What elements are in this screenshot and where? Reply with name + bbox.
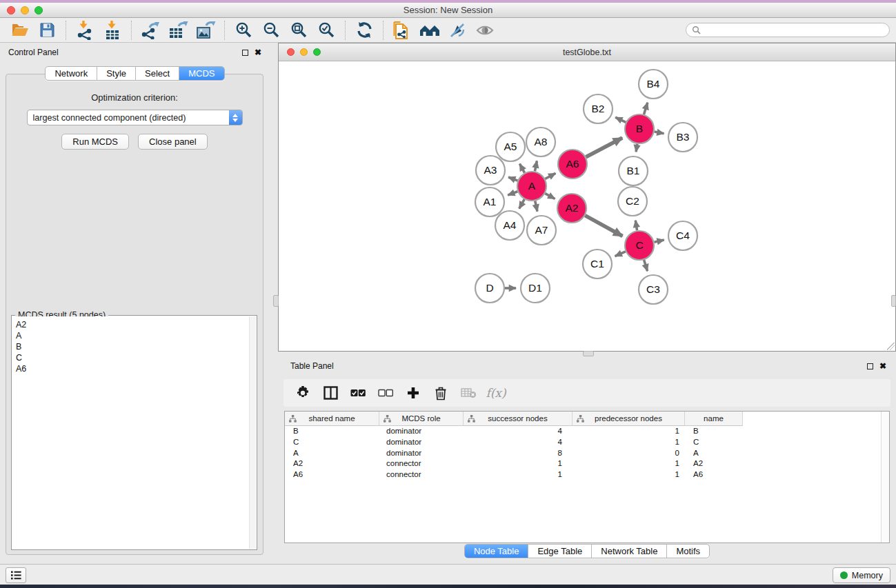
graph-edge-B-B1[interactable] <box>636 144 637 152</box>
memory-button[interactable]: Memory <box>833 567 890 583</box>
network-canvas[interactable]: AA1A2A3A4A5A6A7A8BB1B2B3B4CC1C2C3C4DD1 <box>279 61 895 351</box>
export-table-button[interactable] <box>164 20 192 41</box>
network-from-file-button[interactable] <box>388 20 416 41</box>
graph-node-D1[interactable]: D1 <box>521 274 550 303</box>
graph-edge-B-B3[interactable] <box>655 132 664 134</box>
tab-select[interactable]: Select <box>136 67 179 80</box>
graph-edge-A-A4[interactable] <box>519 199 525 208</box>
run-mcds-button[interactable]: Run MCDS <box>61 134 129 150</box>
table-scrollbar[interactable] <box>881 412 889 543</box>
graph-node-C4[interactable]: C4 <box>668 221 697 250</box>
cell-predecessor[interactable]: 0 <box>573 448 685 459</box>
save-session-button[interactable] <box>33 20 61 41</box>
tab-network-table[interactable]: Network Table <box>592 545 667 558</box>
cell-successor[interactable]: 1 <box>464 469 573 480</box>
column-header-name[interactable]: name <box>685 412 743 426</box>
cell-mcds_role[interactable]: dominator <box>379 448 464 459</box>
graph-edge-A-A6[interactable] <box>545 173 555 179</box>
column-panel-button[interactable] <box>318 383 343 403</box>
close-panel-button[interactable]: Close panel <box>138 134 208 150</box>
graph-node-D[interactable]: D <box>475 274 504 303</box>
tab-edge-table[interactable]: Edge Table <box>528 545 592 558</box>
cybrowser-home-button[interactable] <box>416 20 444 41</box>
graph-edge-C-C3[interactable] <box>644 260 648 271</box>
panel-menu-button[interactable] <box>6 567 26 583</box>
mcds-result-item[interactable]: A2 <box>16 319 249 330</box>
cell-shared_name[interactable]: B <box>285 426 379 437</box>
mcds-result-list[interactable]: A2ABCA6 <box>12 316 249 549</box>
splitter-grip-right[interactable] <box>891 295 896 307</box>
zoom-in-button[interactable] <box>230 20 257 41</box>
cell-successor[interactable]: 1 <box>464 458 573 469</box>
table-row[interactable]: Adominator80A <box>285 448 743 459</box>
graph-edge-B-B4[interactable] <box>644 103 648 114</box>
resize-grip-icon[interactable] <box>887 343 895 350</box>
create-column-button[interactable] <box>401 383 426 403</box>
graph-edge-A2-C[interactable] <box>585 216 622 236</box>
open-session-button[interactable] <box>6 20 33 41</box>
criterion-dropdown[interactable]: largest connected component (directed) <box>27 110 243 125</box>
splitter-grip-bottom[interactable] <box>583 351 594 356</box>
graph-edge-A-A3[interactable] <box>508 177 517 181</box>
cell-mcds_role[interactable]: dominator <box>379 426 464 437</box>
splitter-grip-left[interactable] <box>273 295 279 307</box>
column-header-successor-nodes[interactable]: successor nodes <box>464 412 573 426</box>
eye-button[interactable] <box>471 20 499 41</box>
graph-edge-A6-B[interactable] <box>586 138 623 157</box>
tab-node-table[interactable]: Node Table <box>465 545 529 558</box>
table-row[interactable]: A6connector11A6 <box>285 469 743 480</box>
tab-network[interactable]: Network <box>46 67 97 80</box>
cell-shared_name[interactable]: A6 <box>285 469 379 480</box>
graph-edge-A-A1[interactable] <box>508 192 517 195</box>
graph-node-A7[interactable]: A7 <box>527 216 556 245</box>
zoom-fit-button[interactable] <box>285 20 312 41</box>
graph-node-A[interactable]: A <box>517 172 546 201</box>
column-header-shared-name[interactable]: shared name <box>285 412 379 426</box>
float-panel-icon[interactable] <box>242 50 248 56</box>
mcds-result-item[interactable]: A6 <box>16 363 249 374</box>
graph-node-C2[interactable]: C2 <box>618 187 647 216</box>
float-table-panel-icon[interactable] <box>867 363 873 369</box>
graph-edge-C-C4[interactable] <box>655 240 664 242</box>
show-hide-graphics-details-button[interactable] <box>444 20 471 41</box>
delete-column-button[interactable] <box>428 383 453 403</box>
cell-mcds_role[interactable]: dominator <box>379 437 464 448</box>
cell-shared_name[interactable]: A <box>285 448 379 459</box>
apply-layout-button[interactable] <box>350 20 378 41</box>
network-window-titlebar[interactable]: testGlobe.txt <box>279 43 895 61</box>
export-network-button[interactable] <box>137 20 164 41</box>
graph-node-A8[interactable]: A8 <box>526 128 555 156</box>
cell-successor[interactable]: 4 <box>464 426 573 437</box>
import-network-button[interactable] <box>71 20 99 41</box>
tab-style[interactable]: Style <box>97 67 136 80</box>
tab-mcds[interactable]: MCDS <box>179 67 223 80</box>
mcds-result-item[interactable]: A <box>16 330 249 341</box>
table-settings-button[interactable] <box>290 383 315 403</box>
graph-edge-A-A7[interactable] <box>535 201 537 212</box>
zoom-out-button[interactable] <box>257 20 285 41</box>
table-row[interactable]: Bdominator41B <box>285 426 743 437</box>
close-panel-icon[interactable]: ✖ <box>255 48 261 57</box>
cell-name[interactable]: A <box>685 448 743 459</box>
column-header-mcds-role[interactable]: MCDS role <box>379 412 464 426</box>
column-header-predecessor-nodes[interactable]: predecessor nodes <box>573 412 685 426</box>
import-table-button[interactable] <box>99 20 126 41</box>
zoom-selected-button[interactable] <box>312 20 340 41</box>
graph-node-B4[interactable]: B4 <box>639 70 668 99</box>
close-table-panel-icon[interactable]: ✖ <box>879 362 886 370</box>
graph-edge-A-A2[interactable] <box>545 194 555 199</box>
mcds-result-item[interactable]: C <box>16 352 249 363</box>
select-all-button[interactable] <box>346 383 370 403</box>
deselect-all-button[interactable] <box>373 383 398 403</box>
graph-node-A3[interactable]: A3 <box>476 156 505 185</box>
graph-edge-C-C1[interactable] <box>615 252 626 256</box>
graph-node-C[interactable]: C <box>625 231 654 260</box>
cell-mcds_role[interactable]: connector <box>379 458 464 469</box>
graph-node-C1[interactable]: C1 <box>583 250 612 278</box>
mcds-result-scrollbar[interactable] <box>249 316 256 549</box>
cell-name[interactable]: A6 <box>685 469 743 480</box>
cell-shared_name[interactable]: C <box>285 437 379 448</box>
graph-node-B3[interactable]: B3 <box>668 123 697 152</box>
graph-node-A2[interactable]: A2 <box>557 194 586 223</box>
cell-shared_name[interactable]: A2 <box>285 458 379 469</box>
